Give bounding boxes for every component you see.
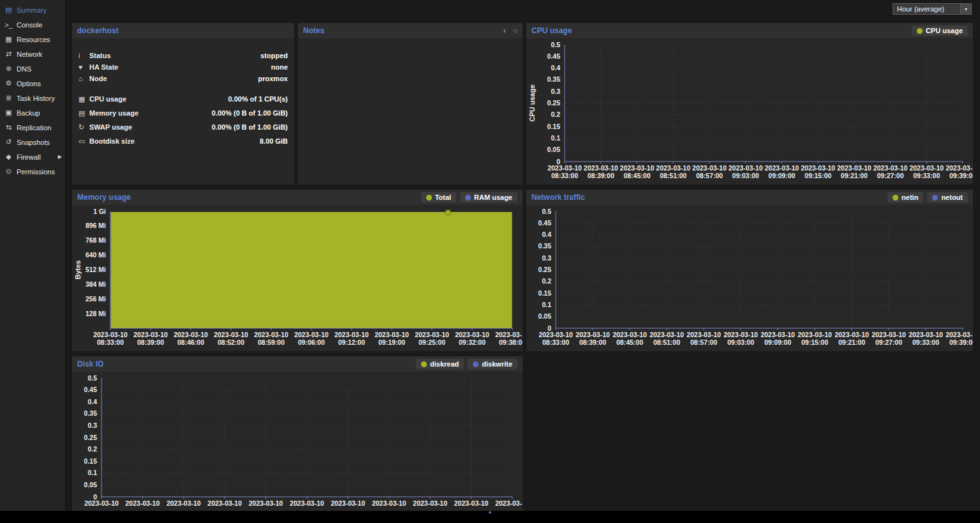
svg-text:2023-03-10: 2023-03-10: [801, 164, 835, 172]
series-marker-icon: [445, 210, 450, 215]
sidebar-item-dns[interactable]: ⊕DNS: [0, 61, 65, 76]
svg-text:2023-03-10: 2023-03-10: [167, 499, 201, 507]
notes-header-tools: › ○: [503, 26, 517, 35]
sidebar-item-label: Task History: [17, 95, 55, 102]
network-traffic-chart-body: 0.50.450.40.350.30.250.20.150.10.0502023…: [526, 205, 973, 351]
svg-text:0.2: 0.2: [87, 445, 97, 453]
svg-text:08:39:00: 08:39:00: [588, 172, 614, 179]
notes-panel-title: Notes: [303, 26, 324, 35]
svg-text:1 Gi: 1 Gi: [93, 208, 106, 215]
select-arrow-icon[interactable]: ▾: [960, 4, 971, 14]
globe-icon: ⊕: [4, 64, 13, 73]
status-label: SWAP usage: [89, 123, 132, 131]
svg-text:0.5: 0.5: [551, 41, 560, 49]
legend-item-diskwrite[interactable]: diskwrite: [468, 359, 517, 369]
svg-text:0.1: 0.1: [542, 301, 551, 308]
legend-item-ram-usage[interactable]: RAM usage: [460, 192, 517, 202]
circle-icon[interactable]: ○: [513, 26, 517, 35]
timeframe-value: Hour (average): [893, 4, 960, 14]
svg-text:2023-03-10: 2023-03-10: [692, 164, 727, 172]
sidebar-item-permissions[interactable]: ⊙Permissions: [0, 164, 65, 179]
sidebar-item-label: Firewall: [17, 153, 41, 161]
status-body: iStatusstopped♥HA Statenone⌂Nodeproxmox▦…: [72, 38, 294, 185]
svg-text:08:57:00: 08:57:00: [690, 338, 717, 346]
sidebar-item-options[interactable]: ⚙Options: [0, 76, 65, 91]
legend-dot-icon: [473, 361, 479, 367]
legend-item-netout[interactable]: netout: [927, 192, 968, 202]
svg-text:0.05: 0.05: [547, 146, 561, 153]
sidebar-item-label: Console: [17, 21, 42, 29]
svg-text:2023-03-10: 2023-03-10: [909, 331, 943, 338]
cpu-usage-chart-body: 0.50.450.40.350.30.250.20.150.10.0502023…: [526, 38, 973, 185]
svg-text:2023-03-10: 2023-03-10: [249, 499, 283, 507]
legend-label: diskread: [430, 360, 459, 368]
svg-text:2023-03-10: 2023-03-10: [455, 331, 489, 338]
cpu-usage-panel: CPU usage CPU usage 0.50.450.40.350.30.2…: [526, 23, 973, 185]
sidebar-item-task-history[interactable]: ≣Task History: [0, 91, 65, 105]
svg-text:2023-03-10: 2023-03-10: [656, 164, 690, 172]
svg-text:2023-03-10: 2023-03-10: [798, 331, 832, 338]
legend-dot-icon: [917, 28, 923, 34]
svg-text:2023-03-10: 2023-03-10: [174, 331, 208, 338]
svg-text:08:33:00: 08:33:00: [97, 338, 124, 346]
svg-text:2023-03-10: 2023-03-10: [214, 331, 248, 338]
legend-item-diskread[interactable]: diskread: [416, 359, 464, 369]
heart-icon: ♥: [78, 63, 89, 71]
status-value: 0.00% (0 B of 1.00 GiB): [212, 109, 288, 117]
svg-text:2023-03-10: 2023-03-10: [207, 499, 242, 507]
legend-item-cpu-usage[interactable]: CPU usage: [912, 26, 968, 36]
status-group-gap: [78, 84, 288, 92]
svg-text:08:51:00: 08:51:00: [660, 172, 687, 179]
row-2: Memory usage TotalRAM usage 1 Gi896 Mi76…: [72, 190, 973, 351]
svg-text:768 Mi: 768 Mi: [85, 236, 106, 244]
svg-text:2023-03-10: 2023-03-10: [724, 331, 758, 338]
status-label: Status: [89, 52, 111, 59]
status-label: Node: [89, 75, 107, 82]
svg-text:09:21:00: 09:21:00: [841, 172, 868, 179]
topbar: Hour (average) ▾: [66, 0, 980, 18]
memory-usage-panel-title: Memory usage: [77, 193, 131, 202]
svg-text:09:19:00: 09:19:00: [378, 338, 405, 346]
svg-text:2023-03-10: 2023-03-10: [946, 164, 973, 172]
sidebar-item-snapshots[interactable]: ↺Snapshots: [0, 135, 65, 149]
cpu-usage-panel-title: CPU usage: [531, 26, 572, 35]
status-label: CPU usage: [89, 95, 126, 103]
svg-text:2023-03-10: 2023-03-10: [946, 331, 973, 338]
status-row-bootdisk-size: ▭Bootdisk size8.00 GiB: [78, 134, 288, 148]
svg-text:08:39:00: 08:39:00: [137, 338, 164, 346]
chevron-right-icon[interactable]: ›: [503, 26, 506, 35]
sidebar-item-firewall[interactable]: ◆Firewall▶: [0, 149, 65, 164]
legend-item-total[interactable]: Total: [421, 192, 456, 202]
sidebar-item-summary[interactable]: ▤Summary: [0, 3, 65, 17]
sidebar-item-resources[interactable]: ▦Resources: [0, 32, 65, 47]
disk-io-panel-title: Disk IO: [77, 360, 103, 368]
network-traffic-legend: netinnetout: [887, 192, 968, 202]
svg-text:08:57:00: 08:57:00: [696, 172, 723, 179]
timeframe-select[interactable]: Hour (average) ▾: [893, 3, 972, 15]
sidebar-item-replication[interactable]: ⇆Replication: [0, 120, 65, 135]
svg-text:09:06:00: 09:06:00: [298, 338, 325, 346]
row-1: dockerhost iStatusstopped♥HA Statenone⌂N…: [72, 23, 973, 185]
legend-item-netin[interactable]: netin: [887, 192, 923, 202]
shield-icon: ◆: [4, 153, 13, 161]
svg-text:2023-03-10: 2023-03-10: [254, 331, 288, 338]
sidebar-item-network[interactable]: ⇄Network: [0, 47, 65, 61]
gear-icon: ⚙: [4, 79, 13, 87]
content: dockerhost iStatusstopped♥HA Statenone⌂N…: [66, 18, 980, 511]
status-row-ha-state: ♥HA Statenone: [78, 61, 288, 73]
key-icon: ⊙: [4, 167, 13, 176]
svg-text:08:45:00: 08:45:00: [616, 338, 643, 346]
svg-text:08:46:00: 08:46:00: [177, 338, 204, 346]
svg-text:09:15:00: 09:15:00: [805, 172, 831, 179]
disk-io-chart-body: 0.50.450.40.350.30.250.20.150.10.0502023…: [72, 372, 523, 511]
svg-text:2023-03-10: 2023-03-10: [331, 499, 366, 507]
svg-text:0.35: 0.35: [547, 75, 561, 83]
sidebar-item-backup[interactable]: ▣Backup: [0, 105, 65, 120]
disk-io-legend: diskreaddiskwrite: [416, 359, 517, 369]
svg-text:0.45: 0.45: [84, 386, 98, 393]
status-label: Memory usage: [89, 109, 138, 117]
sidebar-item-label: Summary: [17, 6, 47, 14]
svg-text:2023-03-10: 2023-03-10: [538, 331, 573, 338]
sidebar-item-console[interactable]: >_Console: [0, 17, 65, 32]
sidebar: ▤Summary>_Console▦Resources⇄Network⊕DNS⚙…: [0, 0, 66, 511]
